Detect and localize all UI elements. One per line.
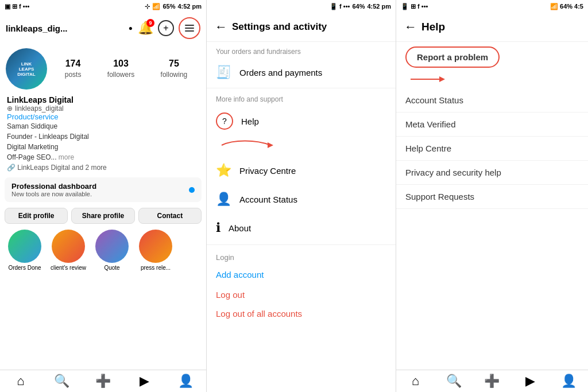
status-bar-help: 📱 ⊞ f ••• 📶 64% 4:5: [396, 0, 588, 13]
dashboard-subtitle: New tools are now available.: [11, 191, 96, 197]
privacy-centre-item[interactable]: ⭐ Privacy Centre: [207, 156, 396, 185]
about-item[interactable]: ℹ About: [207, 214, 396, 242]
posts-label: posts: [65, 71, 82, 79]
professional-dashboard[interactable]: Professional dashboard New tools are now…: [5, 177, 202, 202]
settings-back-arrow[interactable]: ←: [215, 20, 227, 34]
settings-battery: 64%: [352, 3, 365, 10]
profile-link[interactable]: Product/service: [7, 112, 199, 121]
red-arrow-svg: [216, 137, 285, 154]
signal-icon: 📶: [152, 3, 160, 10]
highlight-item[interactable]: Orders Done: [5, 230, 45, 271]
orders-payments-item[interactable]: 🧾 Orders and payments: [207, 58, 396, 87]
help-centre-item[interactable]: Help Centre: [396, 137, 588, 161]
hamburger-line2: [185, 28, 194, 29]
highlight-circle-4: [139, 230, 172, 263]
contact-button[interactable]: Contact: [138, 208, 202, 224]
time: 4:52 pm: [177, 3, 202, 10]
svg-marker-1: [439, 76, 445, 82]
support-requests-item[interactable]: Support Requests: [396, 185, 588, 209]
hamburger-line3: [185, 30, 194, 32]
bio-line1: Saman Siddique: [7, 121, 199, 131]
live-dot: ●: [129, 24, 133, 32]
profile-stats-row: LINKLEAPSDIGITAL 174 posts 103 followers…: [0, 44, 206, 94]
settings-topbar: ← Settings and activity: [207, 13, 396, 42]
whatsapp-icon: 📱 f •••: [330, 3, 350, 10]
red-arrow-2-svg: [408, 72, 454, 86]
help-back-arrow[interactable]: ←: [404, 20, 417, 34]
bio-line4: Off-Page SEO... more: [7, 152, 199, 162]
dashboard-text: Professional dashboard New tools are now…: [11, 182, 96, 197]
account-status-help-item[interactable]: Account Status: [396, 88, 588, 112]
settings-divider-1: [207, 88, 396, 88]
highlight-circle-1: [8, 230, 41, 263]
nav-reels[interactable]: ▶: [123, 374, 165, 389]
help-nav-profile[interactable]: 👤: [550, 374, 588, 389]
panel-profile: linkleaps_dig... ● 🔔 9 + L: [0, 13, 207, 392]
section-support-label: More info and support: [207, 90, 396, 106]
profile-actions: Edit profile Share profile Contact: [0, 204, 206, 227]
log-out-item[interactable]: Log out: [207, 285, 396, 304]
hamburger-menu-button[interactable]: [179, 17, 200, 39]
battery-pct: 65%: [163, 3, 175, 10]
log-out-all-item[interactable]: Log out of all accounts: [207, 304, 396, 323]
nav-profile[interactable]: 👤: [165, 374, 206, 389]
profile-name: LinkLeaps Digital: [7, 95, 199, 104]
nav-add[interactable]: ➕: [83, 374, 124, 389]
highlight-label-1: Orders Done: [8, 265, 41, 271]
help-icons: 📱 ⊞ f •••: [401, 3, 428, 10]
notification-icon-wrap[interactable]: 🔔 9: [137, 20, 153, 36]
more-link[interactable]: more: [59, 153, 74, 161]
help-status-left: 📱 ⊞ f •••: [401, 3, 428, 10]
nav-search[interactable]: 🔍: [41, 374, 83, 389]
highlight-item[interactable]: press rele...: [136, 230, 176, 271]
help-item[interactable]: ? Help: [207, 106, 396, 137]
add-post-button[interactable]: +: [158, 20, 174, 36]
account-status-icon: 👤: [216, 192, 231, 207]
status-app-icons: ▣ ⊞ f •••: [5, 3, 29, 10]
report-problem-button[interactable]: Report a problem: [405, 46, 500, 68]
nav-home[interactable]: ⌂: [0, 374, 41, 389]
posts-count: 174: [65, 59, 82, 69]
help-nav-home[interactable]: ⌂: [396, 374, 435, 389]
meta-verified-item[interactable]: Meta Verified: [396, 112, 588, 137]
handle-icon: ⊕: [7, 104, 13, 112]
help-nav-search[interactable]: 🔍: [435, 374, 473, 389]
annotation-arrow-2: [396, 72, 588, 88]
status-right-profile: ⊹ 📶 65% 4:52 pm: [145, 3, 202, 10]
help-nav-reels[interactable]: ▶: [511, 374, 550, 389]
bottom-nav: ⌂ 🔍 ➕ ▶ 👤: [0, 370, 206, 392]
profile-handle-row: ⊕ linkleaps_digital: [7, 104, 199, 112]
highlight-item[interactable]: client's review: [48, 230, 88, 271]
privacy-label: Privacy Centre: [239, 166, 296, 176]
edit-profile-button[interactable]: Edit profile: [5, 208, 68, 224]
svg-marker-0: [268, 142, 273, 148]
highlight-item[interactable]: Quote: [92, 230, 132, 271]
section-orders-label: Your orders and fundraisers: [207, 42, 396, 58]
status-bar-settings: 📱 f ••• 64% 4:52 pm: [207, 0, 396, 13]
help-label: Help: [241, 117, 259, 126]
help-time: 4:5: [574, 3, 583, 10]
highlight-label-2: client's review: [51, 265, 86, 271]
privacy-security-item[interactable]: Privacy and security help: [396, 161, 588, 185]
help-icon: ?: [216, 112, 233, 130]
followers-count: 103: [107, 59, 134, 69]
highlight-circle-3: [95, 230, 129, 263]
account-status-label: Account Status: [239, 195, 297, 204]
stats-container: 174 posts 103 followers 75 following: [52, 59, 200, 79]
settings-time: 4:52 pm: [367, 3, 391, 10]
add-account-item[interactable]: Add account: [207, 264, 396, 285]
highlight-circle-2: [52, 230, 85, 263]
about-label: About: [229, 223, 251, 233]
account-status-item[interactable]: 👤 Account Status: [207, 185, 396, 214]
notification-badge: 9: [146, 19, 154, 27]
about-icon: ℹ: [216, 220, 220, 235]
bio-line2: Founder - Linkleaps Digital: [7, 131, 199, 142]
help-status-right: 📶 64% 4:5: [550, 3, 583, 10]
settings-title: Settings and activity: [232, 21, 327, 33]
profile-tagged: 🔗 LinkLeaps Digital and 2 more: [7, 164, 199, 172]
following-count: 75: [161, 59, 188, 69]
share-profile-button[interactable]: Share profile: [71, 208, 134, 224]
avatar-text: LINKLEAPSDIGITAL: [16, 60, 36, 78]
help-nav-add[interactable]: ➕: [473, 374, 512, 389]
profile-handle: linkleaps_digital: [15, 104, 64, 112]
